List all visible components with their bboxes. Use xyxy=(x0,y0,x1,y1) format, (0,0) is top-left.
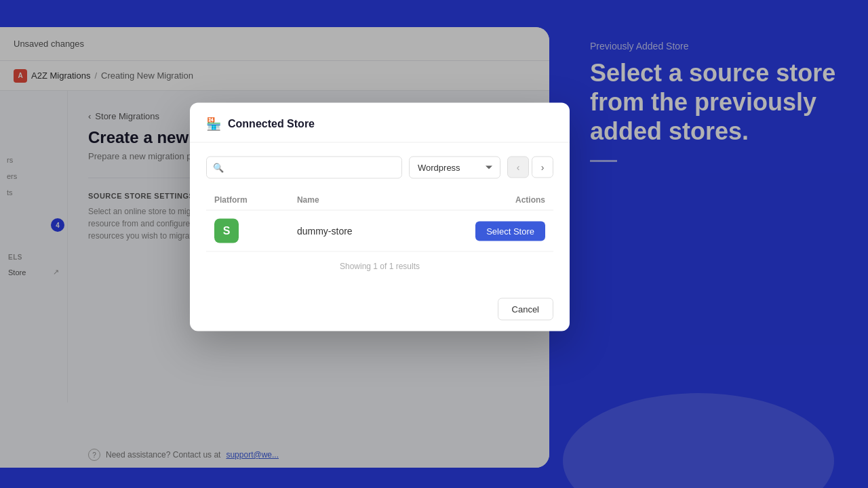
select-store-button[interactable]: Select Store xyxy=(475,221,545,241)
stores-table: Platform Name Actions Sdummy-storeSelect… xyxy=(206,190,553,252)
modal-header: 🏪 Connected Store xyxy=(190,103,570,143)
search-icon: 🔍 xyxy=(213,163,224,173)
cancel-button[interactable]: Cancel xyxy=(498,298,553,321)
col-actions: Actions xyxy=(409,190,553,211)
modal-header-icon: 🏪 xyxy=(206,117,221,131)
table-body: Sdummy-storeSelect Store xyxy=(206,210,553,251)
table-header-row: Platform Name Actions xyxy=(206,190,553,211)
platform-icon: S xyxy=(214,219,239,243)
col-name: Name xyxy=(289,190,409,211)
nav-arrows: ‹ › xyxy=(507,157,553,179)
modal-overlay: 🏪 Connected Store 🔍 Wordpress Shopify Wo… xyxy=(0,0,868,488)
search-box: 🔍 xyxy=(206,157,402,179)
table-header: Platform Name Actions xyxy=(206,190,553,211)
modal-body: 🔍 Wordpress Shopify WooCommerce Magento … xyxy=(190,143,570,290)
search-input[interactable] xyxy=(206,157,402,179)
platform-filter-select[interactable]: Wordpress Shopify WooCommerce Magento xyxy=(409,157,500,179)
modal-title: Connected Store xyxy=(228,118,315,130)
next-page-button[interactable]: › xyxy=(532,157,553,178)
prev-page-button[interactable]: ‹ xyxy=(507,157,529,178)
connected-store-modal: 🏪 Connected Store 🔍 Wordpress Shopify Wo… xyxy=(190,103,570,331)
actions-cell: Select Store xyxy=(409,210,553,251)
store-name: dummy-store xyxy=(297,226,353,237)
store-name-cell: dummy-store xyxy=(289,210,409,251)
table-row: Sdummy-storeSelect Store xyxy=(206,210,553,251)
results-text: Showing 1 of 1 results xyxy=(206,252,553,277)
platform-cell: S xyxy=(206,210,289,251)
search-filter-row: 🔍 Wordpress Shopify WooCommerce Magento … xyxy=(206,157,553,179)
modal-footer: Cancel xyxy=(190,290,570,331)
col-platform: Platform xyxy=(206,190,289,211)
